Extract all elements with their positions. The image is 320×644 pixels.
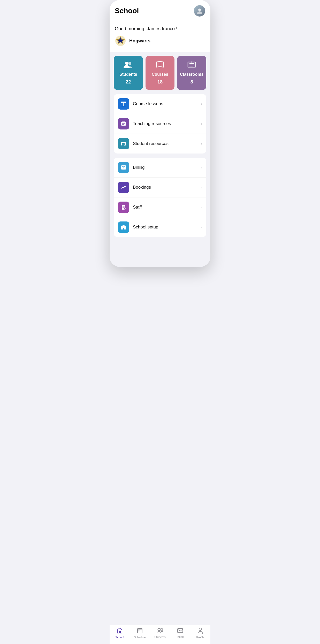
teaching-resources-icon-wrap — [118, 118, 129, 129]
students-count: 22 — [126, 79, 131, 85]
course-lessons-label: Course lessons — [133, 101, 197, 106]
courses-stat-card[interactable]: Courses 18 — [146, 56, 175, 90]
greeting-text: Good morning, James franco ! — [115, 26, 205, 32]
student-resources-icon — [121, 141, 126, 147]
staff-label: Staff — [133, 205, 197, 210]
classrooms-count: 8 — [191, 79, 193, 85]
school-setup-item[interactable]: School setup › — [114, 217, 206, 237]
svg-rect-25 — [122, 166, 123, 167]
svg-rect-16 — [122, 121, 125, 122]
course-lessons-chevron: › — [201, 102, 202, 106]
billing-item[interactable]: $ Billing › — [114, 158, 206, 178]
teaching-resources-icon — [121, 121, 126, 127]
svg-point-6 — [128, 62, 131, 65]
classrooms-icon — [187, 61, 196, 70]
course-lessons-icon — [121, 101, 126, 107]
svg-text:$: $ — [123, 166, 124, 169]
svg-rect-21 — [124, 143, 125, 144]
classrooms-stat-card[interactable]: Classrooms 8 — [177, 56, 206, 90]
svg-point-0 — [198, 9, 201, 11]
main-content: Good morning, James franco ! H Hogwarts — [110, 21, 210, 267]
student-resources-chevron: › — [201, 141, 202, 146]
students-stat-card[interactable]: Students 22 — [114, 56, 143, 90]
staff-icon-wrap — [118, 202, 129, 213]
staff-icon — [121, 204, 126, 210]
teaching-resources-label: Teaching resources — [133, 121, 197, 126]
bookings-label: Bookings — [133, 185, 197, 190]
billing-chevron: › — [201, 165, 202, 170]
billing-icon: $ — [121, 165, 126, 170]
svg-rect-17 — [122, 123, 125, 124]
svg-point-20 — [122, 143, 124, 144]
bookings-icon-wrap — [118, 182, 129, 193]
page-title: School — [115, 7, 139, 15]
students-icon — [124, 61, 133, 70]
courses-svg — [156, 61, 164, 68]
staff-item[interactable]: Staff › — [114, 197, 206, 217]
avatar-svg — [196, 7, 203, 14]
students-label: Students — [119, 72, 137, 77]
billing-icon-wrap: $ — [118, 162, 129, 173]
stats-section: Students 22 Courses 18 — [114, 52, 206, 94]
avatar[interactable] — [194, 5, 205, 17]
bookings-icon — [121, 185, 126, 190]
courses-icon — [156, 61, 164, 70]
svg-text:H: H — [119, 40, 121, 43]
svg-rect-26 — [124, 166, 125, 167]
teaching-resources-item[interactable]: Teaching resources › — [114, 114, 206, 134]
svg-rect-15 — [121, 122, 126, 126]
svg-rect-29 — [123, 207, 125, 208]
greeting-section: Good morning, James franco ! H Hogwarts — [110, 21, 210, 52]
students-svg — [124, 61, 133, 68]
bookings-chevron: › — [201, 185, 202, 190]
bookings-item[interactable]: Bookings › — [114, 178, 206, 197]
teaching-resources-chevron: › — [201, 121, 202, 126]
school-name-label: Hogwarts — [129, 38, 150, 44]
school-setup-icon-wrap — [118, 221, 129, 233]
svg-point-30 — [124, 208, 126, 210]
phone-wrapper: School Good morning, James franco ! — [110, 0, 210, 267]
school-setup-chevron: › — [201, 225, 202, 229]
svg-rect-31 — [123, 228, 124, 229]
school-setup-label: School setup — [133, 225, 197, 230]
courses-label: Courses — [152, 72, 168, 77]
school-badge: H Hogwarts — [115, 35, 205, 47]
resources-menu: Course lessons › Teaching resources › — [114, 94, 206, 154]
student-resources-icon-wrap — [118, 138, 129, 149]
courses-count: 18 — [157, 79, 163, 85]
svg-rect-28 — [123, 206, 125, 206]
classrooms-label: Classrooms — [180, 72, 204, 77]
svg-rect-18 — [122, 124, 124, 125]
admin-menu: $ Billing › Bookings › — [114, 158, 206, 237]
app-header: School — [110, 0, 210, 21]
student-resources-item[interactable]: Student resources › — [114, 134, 206, 154]
course-lessons-item[interactable]: Course lessons › — [114, 94, 206, 114]
course-lessons-icon-wrap — [118, 98, 129, 110]
billing-label: Billing — [133, 165, 197, 170]
school-setup-icon — [121, 224, 126, 230]
school-crest-icon: H — [115, 35, 126, 47]
staff-chevron: › — [201, 205, 202, 210]
student-resources-label: Student resources — [133, 141, 197, 146]
crest-svg: H — [115, 35, 126, 47]
avatar-image — [194, 5, 205, 17]
classrooms-svg — [187, 61, 196, 68]
svg-rect-22 — [124, 144, 125, 145]
svg-point-5 — [125, 62, 128, 65]
